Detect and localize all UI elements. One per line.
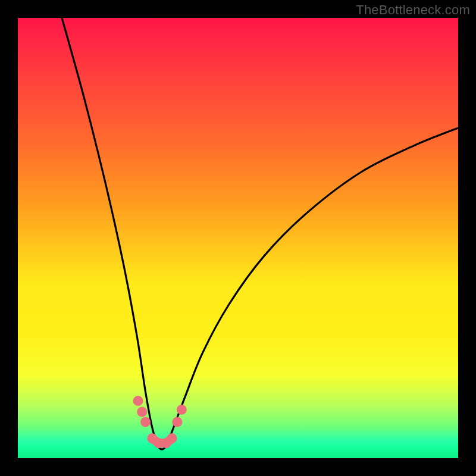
bottleneck-curve bbox=[62, 18, 458, 449]
bead-icon bbox=[167, 433, 177, 443]
bead-icon bbox=[133, 396, 143, 406]
bead-icon bbox=[140, 417, 151, 427]
plot-area bbox=[18, 18, 458, 458]
chart-frame: TheBottleneck.com bbox=[0, 0, 476, 476]
bead-icon bbox=[137, 407, 147, 417]
highlight-beads bbox=[133, 396, 187, 448]
bead-icon bbox=[172, 417, 182, 427]
attribution-text: TheBottleneck.com bbox=[356, 2, 470, 18]
curve-svg bbox=[18, 18, 458, 458]
bead-icon bbox=[177, 405, 187, 415]
